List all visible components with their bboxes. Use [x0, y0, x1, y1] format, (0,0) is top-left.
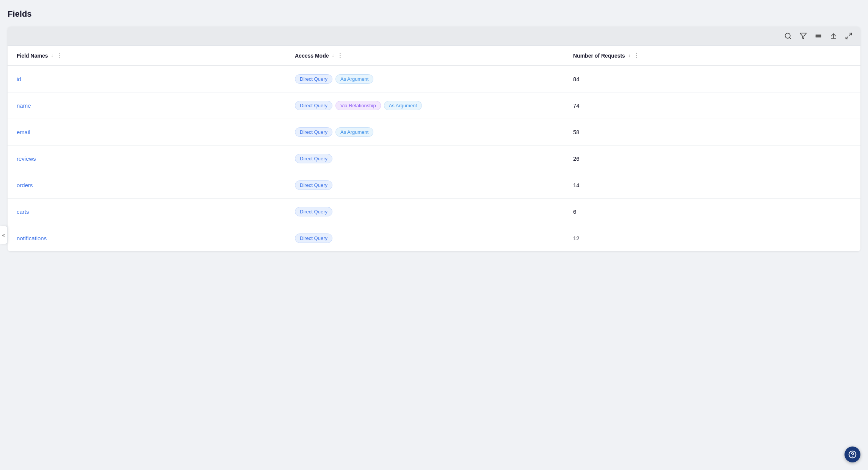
field-name-notifications[interactable]: notifications: [17, 235, 295, 241]
sidebar-toggle-button[interactable]: «: [0, 226, 8, 244]
field-name-orders[interactable]: orders: [17, 182, 295, 188]
requests-email: 58: [573, 129, 851, 135]
table-row: notificationsDirect Query12: [8, 225, 860, 251]
col-label-requests: Number of Requests: [573, 53, 625, 59]
table-row: reviewsDirect Query26: [8, 146, 860, 172]
field-name-name[interactable]: name: [17, 102, 295, 109]
badge-direct-reviews: Direct Query: [295, 154, 332, 163]
field-name-email[interactable]: email: [17, 129, 295, 135]
page-title: Fields: [8, 9, 860, 19]
requests-name: 74: [573, 102, 851, 109]
access-mode-id: Direct QueryAs Argument: [295, 74, 573, 84]
col-header-access-mode: Access Mode ↕ ⋮: [295, 52, 573, 59]
sort-field-names-icon[interactable]: ↕: [51, 53, 53, 58]
sort-rows-icon[interactable]: [829, 32, 838, 40]
badge-direct-id: Direct Query: [295, 74, 332, 84]
menu-field-names-icon[interactable]: ⋮: [56, 52, 62, 59]
badge-direct-email: Direct Query: [295, 127, 332, 137]
table-row: nameDirect QueryVia RelationshipAs Argum…: [8, 92, 860, 119]
table-row: emailDirect QueryAs Argument58: [8, 119, 860, 146]
badge-direct-notifications: Direct Query: [295, 233, 332, 243]
badge-argument-name: As Argument: [384, 101, 422, 110]
access-mode-reviews: Direct Query: [295, 154, 573, 163]
svg-line-9: [849, 33, 852, 36]
col-label-field-names: Field Names: [17, 53, 48, 59]
svg-line-1: [790, 38, 791, 39]
table-toolbar: [8, 27, 860, 46]
sort-requests-icon[interactable]: ↕: [628, 53, 630, 58]
badge-argument-email: As Argument: [335, 127, 373, 137]
table-row: cartsDirect Query6: [8, 199, 860, 225]
col-header-requests: Number of Requests ↕ ⋮: [573, 52, 851, 59]
table-body: idDirect QueryAs Argument84nameDirect Qu…: [8, 66, 860, 251]
menu-access-mode-icon[interactable]: ⋮: [337, 52, 343, 59]
field-name-reviews[interactable]: reviews: [17, 155, 295, 162]
field-name-id[interactable]: id: [17, 76, 295, 82]
badge-direct-orders: Direct Query: [295, 180, 332, 190]
badge-relationship-name: Via Relationship: [335, 101, 381, 110]
menu-requests-icon[interactable]: ⋮: [633, 52, 639, 59]
access-mode-carts: Direct Query: [295, 207, 573, 216]
access-mode-notifications: Direct Query: [295, 233, 573, 243]
fields-table: Field Names ↕ ⋮ Access Mode ↕ ⋮ Number o…: [8, 27, 860, 251]
badge-direct-name: Direct Query: [295, 101, 332, 110]
expand-icon[interactable]: [844, 32, 853, 40]
search-icon[interactable]: [784, 32, 792, 40]
col-header-field-names: Field Names ↕ ⋮: [17, 52, 295, 59]
svg-line-10: [846, 37, 848, 39]
badge-argument-id: As Argument: [335, 74, 373, 84]
badge-direct-carts: Direct Query: [295, 207, 332, 216]
requests-carts: 6: [573, 208, 851, 215]
table-row: idDirect QueryAs Argument84: [8, 66, 860, 92]
requests-reviews: 26: [573, 155, 851, 162]
access-mode-email: Direct QueryAs Argument: [295, 127, 573, 137]
access-mode-orders: Direct Query: [295, 180, 573, 190]
requests-notifications: 12: [573, 235, 851, 241]
svg-marker-2: [800, 33, 807, 39]
requests-id: 84: [573, 76, 851, 82]
help-icon[interactable]: [844, 446, 860, 462]
field-name-carts[interactable]: carts: [17, 208, 295, 215]
access-mode-name: Direct QueryVia RelationshipAs Argument: [295, 101, 573, 110]
requests-orders: 14: [573, 182, 851, 188]
columns-icon[interactable]: [814, 32, 823, 40]
table-header: Field Names ↕ ⋮ Access Mode ↕ ⋮ Number o…: [8, 46, 860, 66]
sort-access-mode-icon[interactable]: ↕: [332, 53, 334, 58]
col-label-access-mode: Access Mode: [295, 53, 329, 59]
table-row: ordersDirect Query14: [8, 172, 860, 199]
filter-icon[interactable]: [799, 32, 807, 40]
